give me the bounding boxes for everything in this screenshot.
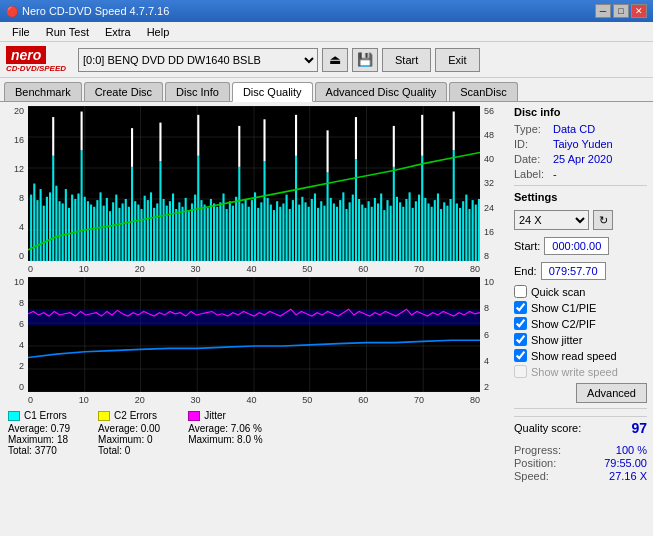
svg-rect-151	[465, 195, 467, 261]
svg-rect-142	[437, 193, 439, 261]
svg-rect-64	[191, 203, 193, 261]
show-c2pif-checkbox[interactable]	[514, 317, 527, 330]
svg-rect-166	[393, 126, 395, 167]
svg-rect-108	[330, 198, 332, 261]
show-c1pie-row: Show C1/PIE	[514, 301, 647, 314]
disc-date-value: 25 Apr 2020	[553, 153, 612, 165]
c1-total-value: 3770	[35, 445, 57, 456]
close-button[interactable]: ✕	[631, 4, 647, 18]
svg-rect-100	[304, 202, 306, 261]
menu-run-test[interactable]: Run Test	[38, 24, 97, 40]
end-time-row: End:	[514, 262, 647, 280]
svg-rect-129	[396, 197, 398, 261]
show-jitter-row: Show jitter	[514, 333, 647, 346]
show-read-speed-checkbox[interactable]	[514, 349, 527, 362]
svg-rect-128	[393, 167, 395, 261]
jitter-avg-value: 7.06 %	[231, 423, 262, 434]
c1-max-value: 18	[57, 434, 68, 445]
end-time-input[interactable]	[541, 262, 606, 280]
svg-rect-107	[327, 172, 329, 261]
svg-rect-77	[232, 206, 234, 261]
svg-rect-53	[156, 203, 158, 261]
svg-rect-163	[295, 115, 297, 156]
drive-selector[interactable]: [0:0] BENQ DVD DD DW1640 BSLB	[78, 48, 318, 72]
jitter-label: Jitter	[204, 410, 226, 421]
legend-c2: C2 Errors Average: 0.00 Maximum: 0 Total…	[98, 410, 160, 456]
position-value: 79:55.00	[604, 457, 647, 469]
jitter-max-label: Maximum:	[188, 434, 234, 445]
start-button[interactable]: Start	[382, 48, 431, 72]
c2-total-value: 0	[125, 445, 131, 456]
svg-rect-17	[43, 206, 45, 261]
speed-value: 27.16 X	[609, 470, 647, 482]
svg-rect-54	[159, 161, 161, 261]
svg-rect-105	[320, 201, 322, 261]
quick-scan-checkbox[interactable]	[514, 285, 527, 298]
svg-rect-147	[453, 150, 455, 261]
tab-create-disc[interactable]: Create Disc	[84, 82, 163, 101]
tab-advanced-disc-quality[interactable]: Advanced Disc Quality	[315, 82, 448, 101]
svg-rect-131	[402, 207, 404, 261]
show-read-speed-row: Show read speed	[514, 349, 647, 362]
menu-help[interactable]: Help	[139, 24, 178, 40]
svg-rect-82	[248, 207, 250, 261]
c1-label: C1 Errors	[24, 410, 67, 421]
jitter-max-value: 8.0 %	[237, 434, 263, 445]
c2-total-label: Total:	[98, 445, 122, 456]
svg-rect-161	[238, 126, 240, 167]
svg-rect-65	[194, 195, 196, 261]
end-label: End:	[514, 265, 537, 277]
svg-rect-140	[431, 207, 433, 261]
menu-file[interactable]: File	[4, 24, 38, 40]
show-c1pie-checkbox[interactable]	[514, 301, 527, 314]
tab-scandisc[interactable]: ScanDisc	[449, 82, 517, 101]
tab-benchmark[interactable]: Benchmark	[4, 82, 82, 101]
start-time-input[interactable]	[544, 237, 609, 255]
svg-rect-109	[333, 203, 335, 261]
position-row: Position: 79:55.00	[514, 457, 647, 469]
svg-rect-59	[175, 209, 177, 261]
minimize-button[interactable]: ─	[595, 4, 611, 18]
speed-selector[interactable]: 24 X Max 4 X 8 X 16 X 32 X 48 X	[514, 210, 589, 230]
divider2	[514, 408, 647, 409]
svg-rect-134	[412, 208, 414, 261]
show-write-speed-checkbox[interactable]	[514, 365, 527, 378]
main-content: 20 16 12 8 4 0	[0, 102, 653, 534]
chart-area: 20 16 12 8 4 0	[0, 102, 508, 534]
c1-max-label: Maximum:	[8, 434, 54, 445]
svg-rect-148	[456, 203, 458, 261]
disc-type-value: Data CD	[553, 123, 595, 135]
show-c2pif-label: Show C2/PIF	[531, 318, 596, 330]
exit-button[interactable]: Exit	[435, 48, 479, 72]
disc-type-row: Type: Data CD	[514, 123, 647, 135]
maximize-button[interactable]: □	[613, 4, 629, 18]
svg-rect-78	[235, 197, 237, 261]
show-jitter-checkbox[interactable]	[514, 333, 527, 346]
disc-id-label: ID:	[514, 138, 549, 150]
chart2-y-left: 10 8 6 4 2 0	[4, 277, 26, 392]
tab-disc-info[interactable]: Disc Info	[165, 82, 230, 101]
chart1-container: 20 16 12 8 4 0	[4, 106, 504, 261]
svg-rect-52	[153, 208, 155, 261]
svg-rect-116	[355, 159, 357, 261]
svg-rect-139	[427, 203, 429, 261]
svg-rect-96	[292, 200, 294, 261]
svg-rect-113	[345, 209, 347, 261]
svg-rect-119	[364, 208, 366, 261]
svg-rect-152	[468, 209, 470, 261]
progress-row: Progress: 100 %	[514, 444, 647, 456]
svg-rect-15	[36, 200, 38, 261]
svg-rect-46	[134, 201, 136, 261]
svg-rect-76	[229, 201, 231, 261]
refresh-button[interactable]: ↻	[593, 210, 613, 230]
svg-rect-154	[475, 205, 477, 261]
menu-extra[interactable]: Extra	[97, 24, 139, 40]
svg-rect-75	[226, 209, 228, 261]
svg-rect-135	[415, 201, 417, 261]
show-c2pif-row: Show C2/PIF	[514, 317, 647, 330]
advanced-button[interactable]: Advanced	[576, 383, 647, 403]
save-icon-btn[interactable]: 💾	[352, 48, 378, 72]
tab-disc-quality[interactable]: Disc Quality	[232, 82, 313, 102]
svg-rect-90	[273, 210, 275, 261]
eject-icon-btn[interactable]: ⏏	[322, 48, 348, 72]
